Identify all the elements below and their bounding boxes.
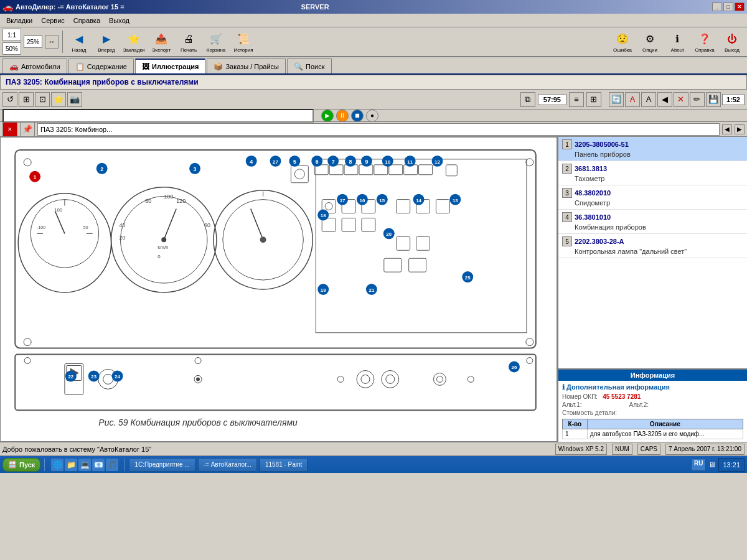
start-button[interactable]: 🪟 Пуск	[2, 458, 40, 472]
bookmarks-button[interactable]: ⭐ Закладки	[121, 29, 146, 55]
cart-icon: 🛒	[207, 30, 225, 47]
part-name: Тахометр	[575, 175, 743, 182]
pin-viewer-button[interactable]: 📌	[20, 122, 35, 137]
svg-text:20: 20	[120, 235, 126, 241]
menu-exit[interactable]: Выход	[105, 16, 133, 26]
image-title-box: ПАЗ 3205: Комбинор...	[37, 123, 720, 136]
stop-button[interactable]: ⏹	[351, 110, 364, 122]
svg-text:1: 1	[34, 174, 37, 180]
menu-tabs[interactable]: Вкладки	[2, 16, 36, 26]
svg-point-20	[161, 237, 166, 242]
menu-service[interactable]: Сервис	[37, 16, 68, 26]
history-label: История	[234, 48, 253, 53]
forward-button[interactable]: ▶ Вперед	[94, 29, 119, 55]
quick-launch-email[interactable]: 📧	[92, 459, 105, 471]
svg-text:12: 12	[435, 159, 440, 165]
copy-button[interactable]: ⧉	[520, 92, 535, 107]
minimize-button[interactable]: _	[712, 2, 722, 11]
menu-help[interactable]: Справка	[70, 16, 104, 26]
slider-bar: ▶ ⏸ ⏹ ●	[0, 110, 747, 122]
options-button[interactable]: ⚙ Опции	[637, 29, 662, 55]
zoom-reset-button[interactable]: ↺	[2, 92, 17, 107]
search-input[interactable]	[2, 109, 314, 123]
part-name: Контрольная лампа "дальний свет"	[575, 248, 743, 255]
tab-contents-label: Содержание	[87, 63, 127, 70]
main-content: 100 -100 50 80 100 120 40 20 60 km/h	[0, 137, 747, 442]
help-button[interactable]: ❓ Справка	[692, 29, 717, 55]
cost-label: Стоимость детали:	[562, 409, 617, 416]
play-button[interactable]: ▶	[321, 110, 334, 122]
history-button[interactable]: 📜 История	[231, 29, 256, 55]
svg-text:11: 11	[407, 159, 413, 165]
close-viewer-button[interactable]: ✕	[2, 122, 17, 137]
tab-search[interactable]: 🔍 Поиск	[287, 58, 331, 73]
svg-text:9: 9	[365, 159, 368, 165]
font-button[interactable]: A	[641, 92, 656, 107]
taskbar-autocatalog[interactable]: -= АвтоКаталог...	[198, 458, 257, 472]
part-number: 1	[562, 139, 572, 149]
cart-button[interactable]: 🛒 Корзина	[204, 29, 228, 55]
options-icon: ⚙	[641, 30, 659, 47]
status-num: NUM	[612, 444, 632, 455]
title-bar: 🚗 АвтоДилер: -= АвтоКаталог 15 = SERVER …	[0, 0, 747, 14]
mini-time: 1:52	[722, 94, 745, 105]
fit-button[interactable]: ↔	[45, 35, 59, 49]
tab-orders[interactable]: 📦 Заказы / Прайсы	[207, 58, 286, 73]
camera-button[interactable]: 📷	[67, 92, 82, 107]
tab-automobiles[interactable]: 🚗 Автомобили	[2, 58, 67, 73]
error-button[interactable]: 😟 Ошибка	[610, 29, 635, 55]
list-item[interactable]: 2 3681.3813 Тахометр	[558, 161, 747, 185]
pause-button[interactable]: ⏸	[336, 110, 349, 122]
part-name: Комбинация приборов	[575, 223, 743, 231]
language-button[interactable]: RU	[691, 459, 706, 471]
save-part-button[interactable]: 💾	[706, 92, 721, 107]
list-item[interactable]: 3 48.3802010 Спидометр	[558, 185, 747, 210]
tab-illustration[interactable]: 🖼 Иллюстрация	[135, 58, 205, 73]
print-button[interactable]: 🖨 Печать	[176, 29, 201, 55]
about-button[interactable]: ℹ About	[665, 29, 690, 55]
part-number: 2	[562, 164, 572, 174]
color-button[interactable]: A	[625, 92, 640, 107]
zoom-fit-button[interactable]: ⊞	[19, 92, 34, 107]
back-button[interactable]: ◀ Назад	[67, 29, 92, 55]
zoom-50-button[interactable]: 50%	[2, 42, 21, 55]
taskbar-paint[interactable]: 11581 - Paint	[260, 458, 308, 472]
delete-part-button[interactable]: ✕	[674, 92, 688, 107]
zoom-25-button[interactable]: 25%	[24, 35, 42, 48]
taskbar-1c[interactable]: 1С:Предприятие ...	[129, 458, 195, 472]
exit-button[interactable]: ⏻ Выход	[720, 29, 745, 55]
svg-text:4: 4	[250, 159, 253, 165]
zoom-1to1-button[interactable]: 1:1	[2, 29, 21, 41]
start-label: Пуск	[19, 461, 35, 469]
quick-launch-media[interactable]: 🎵	[106, 459, 118, 471]
print-label: Печать	[181, 48, 197, 53]
list-view-button[interactable]: ≡	[569, 92, 584, 107]
list-item[interactable]: 5 2202.3803-28-A Контрольная лампа "даль…	[558, 234, 747, 258]
tabs-bar: 🚗 Автомобили 📋 Содержание 🖼 Иллюстрация …	[0, 57, 747, 75]
svg-text:20: 20	[386, 231, 392, 237]
close-button[interactable]: ✕	[735, 2, 745, 11]
options-label: Опции	[642, 48, 657, 53]
table-row: 1 для автобусов ПАЗ-3205 и его модиф...	[563, 429, 743, 439]
list-item[interactable]: 4 36.3801010 Комбинация приборов	[558, 210, 747, 234]
tab-contents[interactable]: 📋 Содержание	[68, 58, 134, 73]
quick-launch-app[interactable]: 💻	[78, 459, 91, 471]
edit-part-button[interactable]: ✏	[690, 92, 705, 107]
quick-launch: 🌐 📁 💻 📧 🎵	[49, 459, 121, 471]
list-item[interactable]: 1 3205-3805006-51 Панель приборов	[558, 137, 747, 161]
bookmark-add-button[interactable]: ⭐	[51, 92, 66, 107]
svg-text:120: 120	[176, 198, 186, 204]
quick-launch-ie[interactable]: 🌐	[51, 459, 63, 471]
next-image-button[interactable]: ▶	[735, 124, 745, 134]
prev-part-button[interactable]: ◀	[657, 92, 672, 107]
second-toolbar: ↺ ⊞ ⊡ ⭐ 📷 ⧉ 57:95 ≡ ⊞ 🔄 A A ◀ ✕ ✏ 💾 1:52	[0, 90, 747, 110]
refresh-button[interactable]: 🔄	[609, 92, 624, 107]
quick-launch-folder[interactable]: 📁	[65, 459, 77, 471]
grid-view-button[interactable]: ⊞	[586, 92, 601, 107]
restore-button[interactable]: □	[723, 2, 733, 11]
zoom-actual-button[interactable]: ⊡	[35, 92, 50, 107]
export-button[interactable]: 📤 Экспорт	[149, 29, 174, 55]
prev-image-button[interactable]: ◀	[722, 124, 732, 134]
help-icon: ❓	[696, 30, 713, 47]
extra-button[interactable]: ●	[366, 110, 378, 122]
